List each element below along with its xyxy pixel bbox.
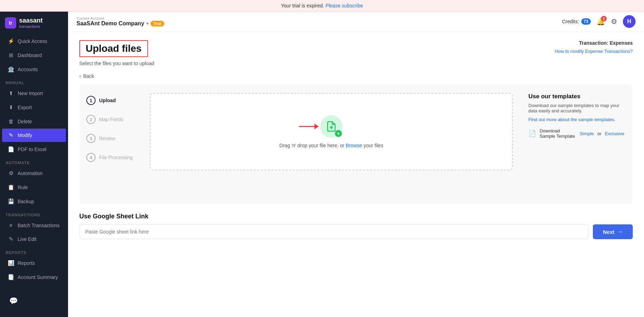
sidebar-item-export[interactable]: ⬇ Export	[2, 101, 66, 114]
find-out-link[interactable]: Find out more about the sample templates…	[528, 117, 615, 122]
accounts-icon: 🏦	[8, 66, 14, 73]
sidebar-label-delete: Delete	[18, 119, 32, 124]
drop-text-main: Drag 'n' drop your file here, or	[280, 143, 344, 148]
new-import-icon: ⬆	[8, 90, 14, 97]
next-button[interactable]: Next →	[593, 224, 633, 239]
logo: tr saasant transactions	[0, 12, 68, 34]
sidebar-item-accounts[interactable]: 🏦 Accounts	[2, 63, 66, 76]
subscribe-link[interactable]: Please subscribe	[325, 3, 363, 8]
sidebar-item-quick-access[interactable]: ⚡ Quick Access	[2, 35, 66, 48]
step-label-map-fields: Map Fields	[99, 117, 123, 122]
step-upload: 1 Upload	[86, 96, 136, 105]
delete-icon: 🗑	[8, 118, 14, 124]
file-upload-svg	[326, 121, 337, 132]
automation-icon: ⚙	[8, 170, 14, 176]
back-label: Back	[83, 73, 94, 79]
current-account-label: Current Account	[76, 16, 164, 20]
logo-sub: transactions	[19, 24, 43, 29]
page-body: Upload files Select the files you want t…	[68, 32, 644, 317]
sidebar-label-account-summary: Account Summary	[18, 274, 58, 280]
sidebar-item-live-edit[interactable]: ✎ Live Edit	[2, 232, 66, 246]
steps-content: 1 Upload 2 Map Fields 3 Review 4 File Pr…	[79, 85, 633, 204]
step-num-1: 1	[86, 96, 96, 105]
sidebar-item-modify[interactable]: ✎ Modify	[2, 129, 66, 142]
sidebar-item-reports[interactable]: 📊 Reports	[2, 256, 66, 270]
plus-icon: +	[335, 130, 342, 137]
exclusive-template-link[interactable]: Exclusive	[605, 131, 624, 136]
browse-link[interactable]: Browse	[346, 143, 362, 148]
modify-icon: ✎	[8, 132, 14, 138]
header-right: Credits: 73 🔔 2 ⚙ H	[562, 15, 636, 28]
step-map-fields: 2 Map Fields	[86, 115, 136, 124]
trial-message: Your trial is expired.	[281, 3, 324, 8]
sidebar-section-transactions: TRANSACTIONS	[0, 209, 68, 218]
sidebar-item-batch-transactions[interactable]: ≡ Batch Transactions	[2, 219, 66, 232]
account-summary-icon: 📑	[8, 274, 14, 280]
sidebar-label-backup: Backup	[18, 199, 34, 204]
export-icon: ⬇	[8, 104, 14, 111]
logo-text-wrap: saasant transactions	[19, 17, 43, 29]
template-download: 📄 Download Sample Template Simple or Exc…	[528, 128, 624, 139]
batch-transactions-icon: ≡	[8, 222, 14, 228]
sidebar-item-pdf-to-excel[interactable]: 📄 PDF to Excel	[2, 143, 66, 156]
avatar[interactable]: H	[623, 15, 636, 28]
steps-sidebar: 1 Upload 2 Map Fields 3 Review 4 File Pr…	[79, 93, 143, 196]
backup-icon: 💾	[8, 198, 14, 205]
header: Current Account SaaSAnt Demo Company ▾ T…	[68, 12, 644, 32]
google-sheet-row: Next →	[79, 224, 633, 239]
account-name: SaaSAnt Demo Company	[76, 20, 144, 27]
chat-bubble[interactable]: 💬	[6, 293, 21, 309]
google-sheet-input[interactable]	[79, 224, 589, 239]
sidebar-label-pdf-excel: PDF to Excel	[18, 147, 47, 152]
templates-sidebar: Use our templates Download our sample te…	[520, 93, 633, 196]
trial-banner: Your trial is expired. Please subscribe	[0, 0, 644, 12]
page-top: Upload files Select the files you want t…	[79, 40, 633, 66]
simple-template-link[interactable]: Simple	[580, 131, 594, 136]
help-link[interactable]: How to modify Expense Transactions?	[555, 49, 633, 54]
sidebar-item-backup[interactable]: 💾 Backup	[2, 195, 66, 208]
header-left: Current Account SaaSAnt Demo Company ▾ T…	[76, 16, 164, 27]
drop-zone[interactable]: + Drag 'n' drop your file here, or Brows…	[150, 93, 513, 170]
sidebar-item-dashboard[interactable]: ⊞ Dashboard	[2, 49, 66, 62]
sidebar-label-automation: Automation	[18, 170, 43, 176]
account-selector[interactable]: SaaSAnt Demo Company ▾ Trial	[76, 20, 164, 27]
rule-icon: 📋	[8, 184, 14, 191]
sidebar-section-automate: AUTOMATE	[0, 156, 68, 166]
next-label: Next	[603, 229, 614, 235]
sidebar-label-new-import: New Import	[18, 91, 43, 96]
download-label: Download Sample Template	[540, 128, 576, 139]
step-label-review: Review	[99, 136, 115, 141]
transaction-value: Expenses	[610, 40, 633, 46]
sidebar-label-dashboard: Dashboard	[18, 52, 42, 58]
settings-button[interactable]: ⚙	[611, 17, 617, 26]
page-title-area: Upload files Select the files you want t…	[79, 40, 154, 66]
notifications-button[interactable]: 🔔 2	[596, 17, 605, 26]
sidebar-item-automation[interactable]: ⚙ Automation	[2, 167, 66, 180]
main-content: Current Account SaaSAnt Demo Company ▾ T…	[68, 12, 644, 317]
pdf-excel-icon: 📄	[8, 146, 14, 153]
credits-label: Credits:	[562, 19, 579, 24]
page-title: Upload files	[79, 40, 148, 57]
step-review: 3 Review	[86, 134, 136, 143]
credits-count: 73	[581, 18, 591, 25]
sidebar-item-delete[interactable]: 🗑 Delete	[2, 115, 66, 128]
sidebar: tr saasant transactions ⚡ Quick Access ⊞…	[0, 12, 68, 317]
or-text: or	[597, 131, 602, 136]
templates-desc: Download our sample templates to map you…	[528, 103, 624, 113]
sidebar-item-new-import[interactable]: ⬆ New Import	[2, 87, 66, 100]
sidebar-item-rule[interactable]: 📋 Rule	[2, 181, 66, 194]
live-edit-icon: ✎	[8, 236, 14, 242]
page-subtitle: Select the files you want to upload	[79, 61, 154, 66]
sidebar-item-account-summary[interactable]: 📑 Account Summary	[2, 271, 66, 284]
arrow-icon	[299, 122, 319, 131]
sidebar-label-export: Export	[18, 105, 32, 110]
step-label-file-processing: File Processing	[99, 155, 133, 160]
page-top-right: Transaction: Expenses How to modify Expe…	[555, 40, 633, 54]
upload-zone-area: + Drag 'n' drop your file here, or Brows…	[143, 93, 520, 196]
step-num-4: 4	[86, 153, 96, 162]
quick-access-icon: ⚡	[8, 38, 14, 44]
back-button[interactable]: ‹ Back	[79, 73, 633, 79]
document-icon: 📄	[528, 130, 536, 137]
step-num-3: 3	[86, 134, 96, 143]
reports-icon: 📊	[8, 260, 14, 266]
